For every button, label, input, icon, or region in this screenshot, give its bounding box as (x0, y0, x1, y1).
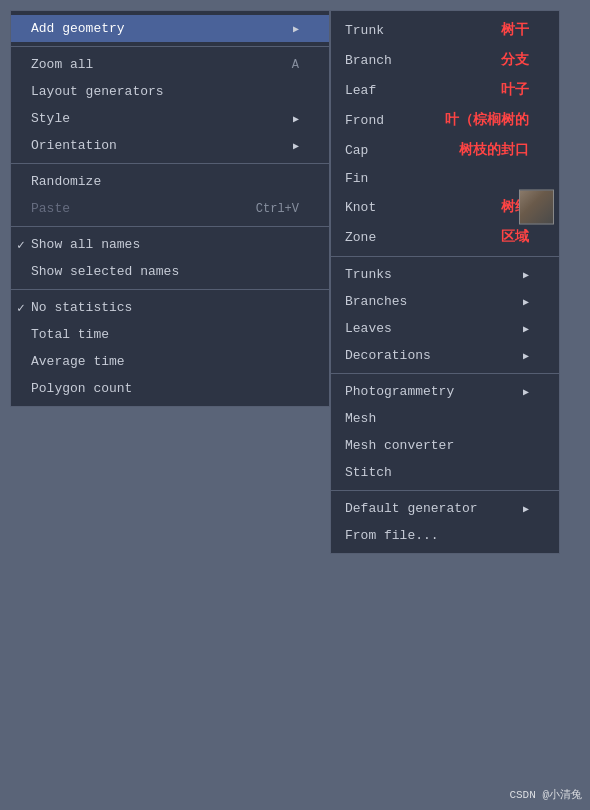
menu-item-label: Show all names (31, 237, 140, 252)
menu-item-label: Fin (345, 171, 368, 186)
thumbnail-image (519, 190, 554, 225)
menu-item-mesh-converter[interactable]: Mesh converter (331, 432, 559, 459)
submenu-arrow-icon: ▶ (293, 113, 299, 125)
watermark: CSDN @小清兔 (509, 787, 582, 802)
left-menu: Add geometry▶Zoom allALayout generatorsS… (10, 10, 330, 407)
menu-item-orientation[interactable]: Orientation▶ (11, 132, 329, 159)
menu-item-label: Orientation (31, 138, 117, 153)
menu-item-photogrammetry[interactable]: Photogrammetry▶ (331, 378, 559, 405)
menu-item-label: Knot (345, 200, 376, 215)
menu-item-no-statistics[interactable]: ✓No statistics (11, 294, 329, 321)
menu-item-trunks[interactable]: Trunks▶ (331, 261, 559, 288)
menu-item-layout-generators[interactable]: Layout generators (11, 78, 329, 105)
menu-item-label: From file... (345, 528, 439, 543)
menu-item-trunk[interactable]: Trunk树干 (331, 15, 559, 45)
annotation-text: 叶（棕榈树的 (445, 111, 529, 129)
menu-item-style[interactable]: Style▶ (11, 105, 329, 132)
annotation-text: 叶子 (501, 81, 529, 99)
menu-item-label: Zone (345, 230, 376, 245)
menu-item-label: Show selected names (31, 264, 179, 279)
submenu-arrow-icon: ▶ (523, 350, 529, 362)
annotation-text: 区域 (501, 228, 529, 246)
menu-item-label: Branches (345, 294, 407, 309)
menu-item-label: Photogrammetry (345, 384, 454, 399)
menu-item-label: Default generator (345, 501, 478, 516)
menu-item-label: Mesh converter (345, 438, 454, 453)
menu-item-label: No statistics (31, 300, 132, 315)
menu-item-branches[interactable]: Branches▶ (331, 288, 559, 315)
menu-item-fin[interactable]: Fin (331, 165, 559, 192)
menu-item-label: Total time (31, 327, 109, 342)
checkmark-icon: ✓ (17, 237, 25, 253)
menu-item-label: Frond (345, 113, 384, 128)
menu-item-randomize[interactable]: Randomize (11, 168, 329, 195)
menu-item-polygon-count[interactable]: Polygon count (11, 375, 329, 402)
menu-item-default-generator[interactable]: Default generator▶ (331, 495, 559, 522)
menu-item-leaf[interactable]: Leaf叶子 (331, 75, 559, 105)
menu-item-label: Cap (345, 143, 368, 158)
menu-divider (331, 256, 559, 257)
menu-item-label: Trunk (345, 23, 384, 38)
submenu-arrow-icon: ▶ (523, 323, 529, 335)
menu-item-frond[interactable]: Frond叶（棕榈树的 (331, 105, 559, 135)
menu-item-label: Decorations (345, 348, 431, 363)
menu-item-cap[interactable]: Cap树枝的封口 (331, 135, 559, 165)
submenu-arrow-icon: ▶ (523, 386, 529, 398)
menu-item-label: Mesh (345, 411, 376, 426)
menu-container: Add geometry▶Zoom allALayout generatorsS… (10, 10, 560, 554)
menu-item-from-file[interactable]: From file... (331, 522, 559, 549)
menu-item-label: Leaves (345, 321, 392, 336)
menu-divider (331, 490, 559, 491)
menu-item-stitch[interactable]: Stitch (331, 459, 559, 486)
menu-item-decorations[interactable]: Decorations▶ (331, 342, 559, 369)
menu-item-label: Branch (345, 53, 392, 68)
menu-item-label: Leaf (345, 83, 376, 98)
menu-item-label: Add geometry (31, 21, 125, 36)
annotation-text: 树干 (501, 21, 529, 39)
menu-shortcut: A (292, 58, 299, 72)
menu-item-show-all-names[interactable]: ✓Show all names (11, 231, 329, 258)
menu-item-leaves[interactable]: Leaves▶ (331, 315, 559, 342)
submenu-arrow-icon: ▶ (523, 269, 529, 281)
submenu-arrow-icon: ▶ (523, 503, 529, 515)
menu-item-zoom-all[interactable]: Zoom allA (11, 51, 329, 78)
menu-item-label: Trunks (345, 267, 392, 282)
menu-item-total-time[interactable]: Total time (11, 321, 329, 348)
menu-item-paste: PasteCtrl+V (11, 195, 329, 222)
menu-item-label: Stitch (345, 465, 392, 480)
menu-item-label: Randomize (31, 174, 101, 189)
menu-item-show-selected-names[interactable]: Show selected names (11, 258, 329, 285)
menu-divider (11, 289, 329, 290)
menu-item-add-geometry[interactable]: Add geometry▶ (11, 15, 329, 42)
menu-shortcut: Ctrl+V (256, 202, 299, 216)
submenu-arrow-icon: ▶ (523, 296, 529, 308)
checkmark-icon: ✓ (17, 300, 25, 316)
menu-item-label: Average time (31, 354, 125, 369)
menu-item-label: Polygon count (31, 381, 132, 396)
menu-item-zone[interactable]: Zone区域 (331, 222, 559, 252)
annotation-text: 树枝的封口 (459, 141, 529, 159)
submenu-arrow-icon: ▶ (293, 140, 299, 152)
menu-item-branch[interactable]: Branch分支 (331, 45, 559, 75)
menu-item-label: Style (31, 111, 70, 126)
annotation-text: 分支 (501, 51, 529, 69)
menu-divider (11, 46, 329, 47)
right-menu: Trunk树干Branch分支Leaf叶子Frond叶（棕榈树的Cap树枝的封口… (330, 10, 560, 554)
menu-divider (331, 373, 559, 374)
menu-item-mesh[interactable]: Mesh (331, 405, 559, 432)
submenu-arrow-icon: ▶ (293, 23, 299, 35)
menu-item-label: Paste (31, 201, 70, 216)
menu-item-label: Zoom all (31, 57, 93, 72)
menu-item-average-time[interactable]: Average time (11, 348, 329, 375)
menu-item-knot[interactable]: Knot树结 (331, 192, 559, 222)
menu-divider (11, 163, 329, 164)
menu-divider (11, 226, 329, 227)
menu-item-label: Layout generators (31, 84, 164, 99)
